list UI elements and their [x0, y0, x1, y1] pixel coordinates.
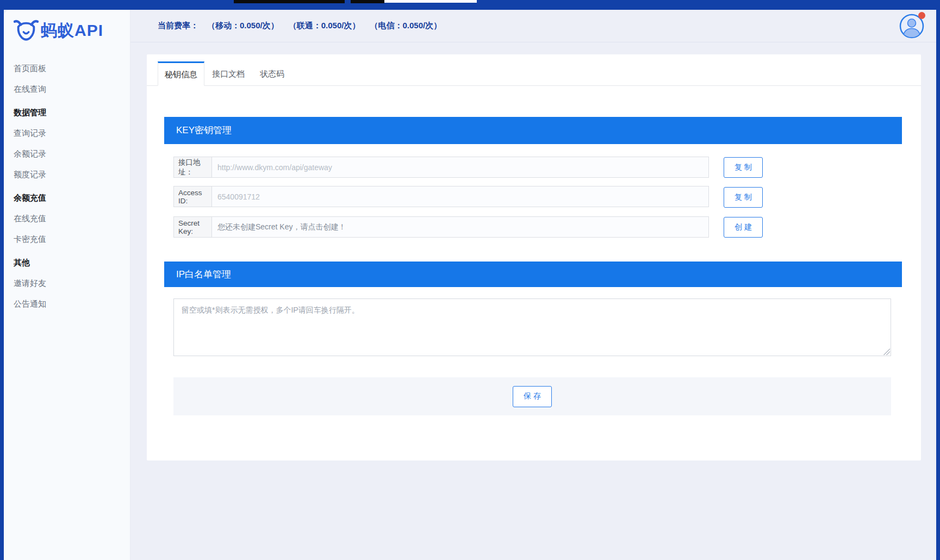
rate-telecom: （电信：0.050/次）: [370, 21, 441, 31]
app-logo[interactable]: 蚂蚁API: [14, 18, 130, 43]
sidebar-group-balance-recharge: 余额充值: [14, 188, 130, 208]
rate-unicom: （联通：0.050/次）: [289, 21, 360, 31]
api-url-value: [212, 157, 708, 177]
sidebar: 蚂蚁API 首页面板 在线查询 数据管理 查询记录 余额记录 额度记录 余额充值…: [4, 10, 130, 560]
secret-key-message: 您还未创建Secret Key，请点击创建！: [212, 222, 346, 232]
sidebar-group-data-management: 数据管理: [14, 102, 130, 123]
window-left-frame: [0, 0, 4, 560]
user-avatar[interactable]: [899, 14, 924, 39]
rate-mobile: （移动：0.050/次）: [207, 21, 279, 31]
sidebar-item-online-recharge[interactable]: 在线充值: [14, 208, 130, 229]
user-avatar-icon: [899, 31, 924, 40]
secret-key-row: Secret Key: 您还未创建Secret Key，请点击创建！: [173, 216, 709, 238]
topbar: 当前费率： （移动：0.050/次） （联通：0.050/次） （电信：0.05…: [130, 10, 936, 42]
ip-whitelist-textarea[interactable]: [173, 298, 891, 356]
browser-tabbar-artifact: [351, 0, 384, 3]
sidebar-item-home[interactable]: 首页面板: [14, 58, 130, 79]
current-rate-label: 当前费率：: [158, 21, 198, 31]
tab-bar: 秘钥信息 接口文档 状态码: [147, 54, 921, 86]
app-logo-text: 蚂蚁API: [41, 20, 103, 42]
key-management-banner: KEY密钥管理: [164, 117, 902, 144]
sidebar-group-other: 其他: [14, 252, 130, 273]
ip-whitelist-banner: IP白名单管理: [164, 262, 902, 287]
secret-key-value: 您还未创建Secret Key，请点击创建！: [212, 217, 708, 237]
sidebar-item-announcements[interactable]: 公告通知: [14, 294, 130, 314]
tab-status-codes[interactable]: 状态码: [252, 61, 292, 86]
access-id-input[interactable]: [212, 186, 708, 207]
sidebar-item-balance-records[interactable]: 余额记录: [14, 144, 130, 164]
sidebar-item-quota-records[interactable]: 额度记录: [14, 164, 130, 185]
browser-tabbar-artifact: [384, 0, 477, 3]
secret-key-label: Secret Key:: [174, 217, 212, 237]
save-band: 保 存: [173, 377, 891, 415]
access-id-value: [212, 186, 708, 207]
main-content: 秘钥信息 接口文档 状态码 KEY密钥管理 接口地址： Access ID: S…: [130, 43, 936, 560]
api-url-row: 接口地址：: [173, 157, 709, 178]
browser-tabbar-artifact: [234, 0, 345, 3]
tab-secret-info[interactable]: 秘钥信息: [158, 61, 204, 86]
content-card: 秘钥信息 接口文档 状态码 KEY密钥管理 接口地址： Access ID: S…: [147, 54, 921, 461]
copy-api-url-button[interactable]: 复 制: [724, 157, 763, 178]
api-url-label: 接口地址：: [174, 157, 212, 177]
sidebar-item-card-recharge[interactable]: 卡密充值: [14, 229, 130, 250]
api-url-input[interactable]: [212, 157, 708, 177]
sidebar-item-query-records[interactable]: 查询记录: [14, 123, 130, 144]
copy-access-id-button[interactable]: 复 制: [724, 187, 763, 208]
create-secret-key-button[interactable]: 创 建: [724, 217, 763, 238]
tab-api-docs[interactable]: 接口文档: [204, 61, 252, 86]
sidebar-item-online-query[interactable]: 在线查询: [14, 79, 130, 99]
access-id-label: Access ID:: [174, 186, 212, 207]
sidebar-item-invite-friends[interactable]: 邀请好友: [14, 273, 130, 294]
access-id-row: Access ID:: [173, 186, 709, 207]
ant-logo-icon: [14, 18, 39, 43]
save-button[interactable]: 保 存: [513, 386, 552, 407]
window-right-frame: [936, 0, 940, 560]
notification-badge-dot: [918, 12, 925, 19]
sidebar-menu: 首页面板 在线查询 数据管理 查询记录 余额记录 额度记录 余额充值 在线充值 …: [14, 58, 130, 314]
